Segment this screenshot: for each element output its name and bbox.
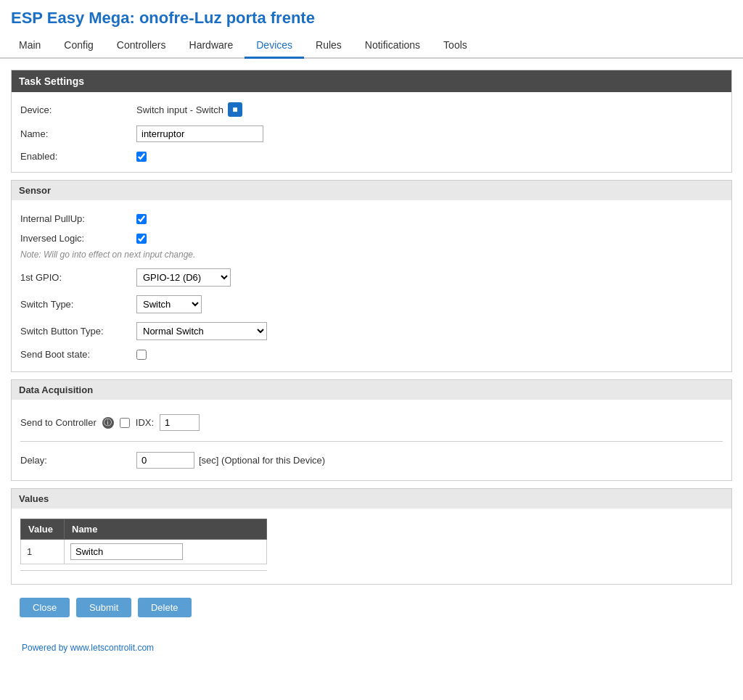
switch-type-label: Switch Type: <box>20 299 136 310</box>
enabled-checkbox[interactable] <box>136 152 147 162</box>
send-controller-row: Send to Controller ⓘ IDX: <box>20 410 723 435</box>
nav-notifications[interactable]: Notifications <box>353 33 432 57</box>
col-name-header: Name <box>65 519 267 540</box>
delay-label: Delay: <box>20 455 136 466</box>
switch-type-select[interactable]: Switch Dimmer <box>136 295 202 313</box>
pullup-checkbox[interactable] <box>136 214 147 224</box>
nav-hardware[interactable]: Hardware <box>178 33 245 57</box>
inversed-note: Note: Will go into effect on next input … <box>20 248 723 264</box>
nav-bar: Main Config Controllers Hardware Devices… <box>0 33 743 59</box>
device-info-icon[interactable]: ■ <box>228 102 242 117</box>
data-acquisition-header: Data Acquisition <box>12 380 731 400</box>
device-value-text: Switch input - Switch <box>136 104 223 115</box>
task-settings-header: Task Settings <box>12 70 731 92</box>
inversed-label: Inversed Logic: <box>20 233 136 244</box>
close-button[interactable]: Close <box>20 598 70 617</box>
name-row: Name: <box>20 121 723 147</box>
divider-1 <box>20 441 723 442</box>
gpio-row: 1st GPIO: GPIO-12 (D6) GPIO-0 (D3) GPIO-… <box>20 264 723 291</box>
inversed-checkbox[interactable] <box>136 234 147 244</box>
values-header: Values <box>12 489 731 508</box>
submit-button[interactable]: Submit <box>76 598 131 617</box>
switch-button-select[interactable]: Normal Switch Push Button Active Low Pus… <box>136 322 267 340</box>
device-label: Device: <box>20 104 136 115</box>
device-value-container: Switch input - Switch ■ <box>136 102 242 117</box>
sensor-section: Sensor Internal PullUp: Inversed Logic: … <box>11 180 732 372</box>
nav-tools[interactable]: Tools <box>432 33 479 57</box>
enabled-row: Enabled: <box>20 147 723 166</box>
task-settings-section: Task Settings Device: Switch input - Swi… <box>11 70 732 173</box>
data-acquisition-section: Data Acquisition Send to Controller ⓘ ID… <box>11 379 732 481</box>
nav-main[interactable]: Main <box>7 33 52 57</box>
name-input[interactable] <box>136 125 263 142</box>
action-buttons-row: Close Submit Delete <box>11 592 732 632</box>
pullup-label: Internal PullUp: <box>20 213 136 224</box>
send-controller-label: Send to Controller <box>20 417 97 428</box>
inversed-row: Inversed Logic: <box>20 228 723 248</box>
nav-rules[interactable]: Rules <box>304 33 353 57</box>
values-table: Value Name 1 <box>20 519 267 564</box>
idx-label: IDX: <box>136 417 154 428</box>
send-boot-row: Send Boot state: <box>20 345 723 364</box>
device-row: Device: Switch input - Switch ■ <box>20 98 723 121</box>
page-title: ESP Easy Mega: onofre-Luz porta frente <box>0 0 743 33</box>
pullup-row: Internal PullUp: <box>20 209 723 228</box>
delay-suffix: [sec] (Optional for this Device) <box>199 455 325 466</box>
divider-2 <box>20 570 267 571</box>
send-boot-label: Send Boot state: <box>20 349 136 360</box>
row-value: 1 <box>21 540 65 564</box>
sensor-header: Sensor <box>12 181 731 200</box>
gpio-label: 1st GPIO: <box>20 272 136 283</box>
delay-input[interactable] <box>136 452 194 469</box>
nav-controllers[interactable]: Controllers <box>105 33 178 57</box>
content-area: Task Settings Device: Switch input - Swi… <box>0 59 743 675</box>
name-label: Name: <box>20 128 136 139</box>
send-boot-checkbox[interactable] <box>136 350 147 360</box>
idx-input[interactable] <box>160 414 200 431</box>
footer-link[interactable]: Powered by www.letscontrolit.com <box>11 632 732 664</box>
nav-config[interactable]: Config <box>52 33 104 57</box>
nav-devices[interactable]: Devices <box>245 33 304 59</box>
table-row: 1 <box>21 540 267 564</box>
enabled-label: Enabled: <box>20 151 136 162</box>
send-controller-checkbox[interactable] <box>120 418 130 428</box>
delay-row: Delay: [sec] (Optional for this Device) <box>20 448 723 473</box>
col-value-header: Value <box>21 519 65 540</box>
help-icon[interactable]: ⓘ <box>102 417 114 429</box>
values-section: Values Value Name 1 <box>11 488 732 585</box>
gpio-select[interactable]: GPIO-12 (D6) GPIO-0 (D3) GPIO-2 (D4) GPI… <box>136 268 231 287</box>
switch-type-row: Switch Type: Switch Dimmer <box>20 291 723 318</box>
delete-button[interactable]: Delete <box>138 598 192 617</box>
switch-button-row: Switch Button Type: Normal Switch Push B… <box>20 318 723 345</box>
row-name-input[interactable] <box>70 543 183 560</box>
row-name-cell <box>65 540 267 564</box>
switch-button-label: Switch Button Type: <box>20 326 136 337</box>
